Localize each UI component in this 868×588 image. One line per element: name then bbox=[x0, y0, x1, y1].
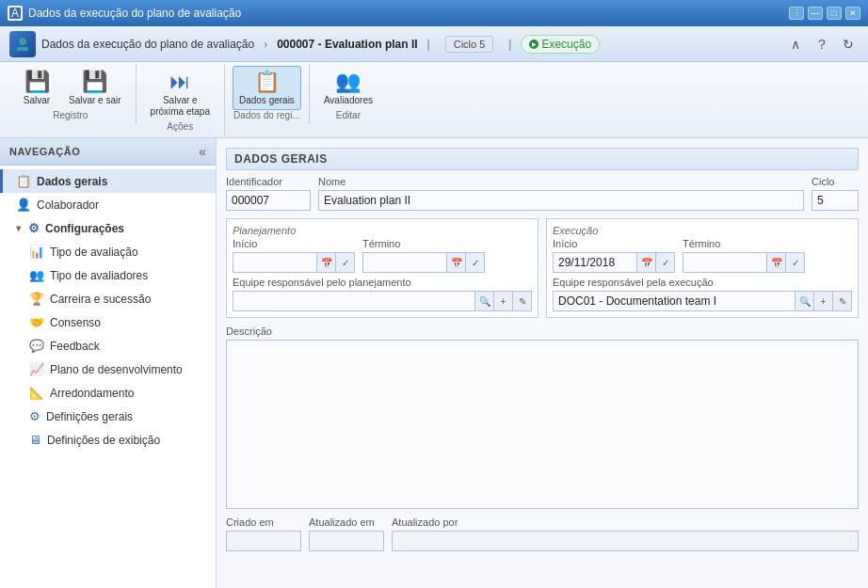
breadcrumb-pipe2: | bbox=[508, 38, 511, 51]
sidebar-item-dados-gerais[interactable]: 📋 Dados gerais bbox=[0, 169, 216, 193]
toolbar-group-editar: 👥 Avaliadores Editar bbox=[310, 64, 387, 124]
plan-termino-label: Término bbox=[362, 238, 485, 249]
form-row-planejamento-execucao: Planejamento Início 📅 ✓ Término bbox=[226, 218, 859, 318]
execucao-section: Execução Início 📅 ✓ Término bbox=[546, 218, 859, 318]
ciclo-input[interactable] bbox=[812, 190, 859, 211]
form-group-criado-em: Criado em bbox=[226, 516, 301, 551]
dados-gerais-nav-icon: 📋 bbox=[16, 174, 31, 188]
toolbar-group-dados-label: Dados do regi... bbox=[233, 110, 300, 120]
consenso-icon: 🤝 bbox=[29, 315, 44, 329]
salvar-prox-icon: ⏭ bbox=[169, 70, 190, 94]
avaliadores-button[interactable]: 👥 Avaliadores bbox=[317, 66, 379, 110]
close-button[interactable]: ✕ bbox=[845, 7, 860, 20]
definicoes-gerais-label: Definições gerais bbox=[46, 410, 133, 423]
sidebar-item-tipo-avaliadores[interactable]: 👥 Tipo de avaliadores bbox=[0, 263, 216, 287]
equipe-plan-add-icon[interactable]: + bbox=[494, 291, 513, 311]
sidebar-item-carreira-sucessao[interactable]: 🏆 Carreira e sucessão bbox=[0, 287, 216, 310]
sidebar-item-configuracoes[interactable]: ▾ ⚙ Configurações bbox=[0, 216, 216, 240]
equipe-exec-input[interactable] bbox=[553, 291, 796, 311]
salvar-sair-label: Salvar e sair bbox=[69, 95, 121, 106]
sidebar-item-definicoes-exibicao[interactable]: 🖥 Definições de exibição bbox=[0, 428, 216, 452]
exec-inicio-check-icon[interactable]: ✓ bbox=[656, 252, 675, 273]
restore-button[interactable]: □ bbox=[827, 7, 842, 20]
plan-inicio-cal-icon[interactable]: 📅 bbox=[317, 252, 336, 273]
salvar-button[interactable]: 💾 Salvar bbox=[13, 66, 60, 110]
exec-termino-label: Término bbox=[683, 238, 805, 249]
refresh-button[interactable]: ↻ bbox=[838, 34, 859, 55]
exec-inicio-cal-icon[interactable]: 📅 bbox=[637, 252, 656, 273]
minimize-button[interactable]: — bbox=[808, 7, 823, 20]
descricao-textarea[interactable] bbox=[226, 340, 859, 509]
dados-gerais-button[interactable]: 📋 Dados gerais bbox=[233, 66, 301, 110]
salvar-icon: 💾 bbox=[24, 70, 50, 94]
toolbar-group-acoes: ⏭ Salvar epróxima etapa Ações bbox=[137, 64, 225, 135]
equipe-exec-add-icon[interactable]: + bbox=[814, 291, 833, 311]
section-title-label: DADOS GERAIS bbox=[234, 152, 328, 166]
editar-buttons: 👥 Avaliadores bbox=[317, 66, 379, 110]
equipe-plan-input-group: 🔍 + ✎ bbox=[233, 291, 532, 311]
plan-termino-input[interactable] bbox=[362, 252, 447, 273]
equipe-exec-edit-icon[interactable]: ✎ bbox=[833, 291, 852, 311]
sidebar-item-plano-desenvolvimento[interactable]: 📈 Plano de desenvolvimento bbox=[0, 358, 216, 381]
salvar-label: Salvar bbox=[24, 95, 50, 106]
sidebar-item-consenso[interactable]: 🤝 Consenso bbox=[0, 310, 216, 334]
colaborador-label: Colaborador bbox=[37, 199, 99, 212]
sidebar-item-feedback[interactable]: 💬 Feedback bbox=[0, 334, 216, 358]
plan-inicio-input[interactable] bbox=[233, 252, 317, 273]
collapse-button[interactable]: ∧ bbox=[785, 34, 806, 55]
equipe-plan-input[interactable] bbox=[233, 291, 475, 311]
sidebar-header: NAVEGAÇÃO « bbox=[0, 138, 216, 166]
sidebar-item-definicoes-gerais[interactable]: ⚙ Definições gerais bbox=[0, 405, 216, 428]
salvar-prox-button[interactable]: ⏭ Salvar epróxima etapa bbox=[144, 66, 217, 121]
atualizado-por-input bbox=[392, 531, 859, 551]
nome-input[interactable] bbox=[318, 190, 804, 211]
exec-termino-check-icon[interactable]: ✓ bbox=[786, 252, 805, 273]
exec-termino-cal-icon[interactable]: 📅 bbox=[767, 252, 786, 273]
planejamento-label: Planejamento bbox=[233, 225, 532, 236]
sidebar-collapse-button[interactable]: « bbox=[199, 144, 206, 159]
dados-buttons: 📋 Dados gerais bbox=[233, 66, 301, 110]
sidebar-item-arredondamento[interactable]: 📐 Arredondamento bbox=[0, 381, 216, 405]
dados-gerais-label: Dados gerais bbox=[239, 95, 295, 106]
atualizado-em-input bbox=[309, 531, 384, 551]
identificador-input[interactable] bbox=[226, 190, 311, 211]
plan-termino-cal-icon[interactable]: 📅 bbox=[447, 252, 466, 273]
app-icon: A bbox=[8, 6, 23, 21]
toolbar-group-dados: 📋 Dados gerais Dados do regi... bbox=[225, 64, 310, 124]
equipe-plan-edit-icon[interactable]: ✎ bbox=[513, 291, 532, 311]
cycle-badge: Ciclo 5 bbox=[445, 36, 494, 53]
toolbar-group-acoes-label: Ações bbox=[167, 121, 193, 132]
sidebar-item-tipo-avaliacao[interactable]: 📊 Tipo de avaliação bbox=[0, 240, 216, 263]
exec-termino-input[interactable] bbox=[683, 252, 767, 273]
tipo-avaliadores-label: Tipo de avaliadores bbox=[50, 269, 148, 282]
help-button[interactable]: ? bbox=[812, 34, 832, 55]
criado-em-input bbox=[226, 531, 301, 551]
exec-inicio-input[interactable] bbox=[553, 252, 637, 273]
form-group-exec-termino: Término 📅 ✓ bbox=[683, 238, 805, 273]
equipe-exec-search-icon[interactable]: 🔍 bbox=[796, 291, 814, 311]
sidebar: NAVEGAÇÃO « 📋 Dados gerais 👤 Colaborador… bbox=[0, 138, 217, 588]
exec-inicio-input-group: 📅 ✓ bbox=[553, 252, 675, 273]
plan-inicio-check-icon[interactable]: ✓ bbox=[336, 252, 355, 273]
feedback-label: Feedback bbox=[50, 340, 100, 353]
breadcrumb-pipe: | bbox=[427, 38, 430, 51]
salvar-sair-button[interactable]: 💾 Salvar e sair bbox=[62, 66, 128, 110]
equipe-plan-search-icon[interactable]: 🔍 bbox=[475, 291, 494, 311]
colaborador-icon: 👤 bbox=[16, 198, 31, 212]
configuracoes-expand-icon: ▾ bbox=[16, 223, 21, 233]
avaliadores-label: Avaliadores bbox=[324, 95, 373, 106]
plan-inicio-input-group: 📅 ✓ bbox=[233, 252, 355, 273]
equipe-exec-input-group: 🔍 + ✎ bbox=[553, 291, 852, 311]
sidebar-title: NAVEGAÇÃO bbox=[9, 146, 80, 157]
arredondamento-label: Arredondamento bbox=[50, 387, 134, 400]
exec-badge: Execução bbox=[521, 35, 600, 54]
sidebar-item-colaborador[interactable]: 👤 Colaborador bbox=[0, 193, 216, 216]
menu-icon[interactable]: ⋮ bbox=[789, 7, 804, 20]
exec-label: Execução bbox=[541, 38, 591, 51]
planejamento-dates-row: Início 📅 ✓ Término 📅 ✓ bbox=[233, 238, 532, 273]
sidebar-items: 📋 Dados gerais 👤 Colaborador ▾ ⚙ Configu… bbox=[0, 166, 216, 588]
plan-termino-check-icon[interactable]: ✓ bbox=[466, 252, 485, 273]
definicoes-gerais-icon: ⚙ bbox=[29, 409, 40, 423]
form-row-bottom: Criado em Atualizado em Atualizado por bbox=[226, 516, 859, 551]
equipe-plan-label: Equipe responsável pelo planejamento bbox=[233, 277, 532, 288]
